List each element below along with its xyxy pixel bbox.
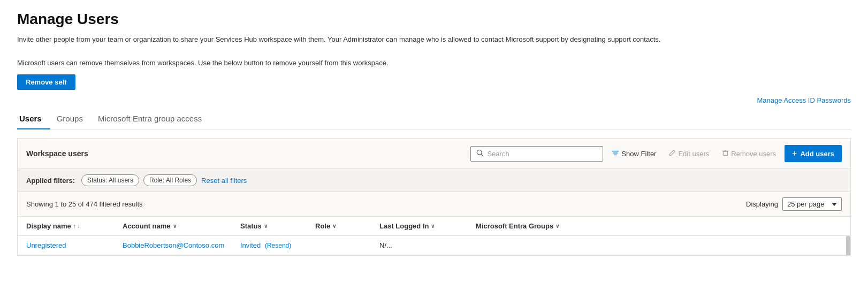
filter-chip-status[interactable]: Status: All users <box>81 174 139 186</box>
col-header-display-name[interactable]: Display name ↑ ↓ <box>26 222 123 230</box>
svg-line-1 <box>482 154 484 156</box>
edit-users-button[interactable]: Edit users <box>665 147 713 160</box>
per-page-select[interactable]: 25 per page 50 per page 100 per page <box>782 197 842 211</box>
edit-icon <box>669 149 676 158</box>
cell-last-logged-in: N/... <box>379 241 476 249</box>
show-filter-button[interactable]: Show Filter <box>607 147 660 161</box>
chevron-down-icon-4: ∨ <box>431 223 435 229</box>
description-line2: Microsoft users can remove themselves fr… <box>17 58 851 68</box>
tab-groups[interactable]: Groups <box>55 109 92 129</box>
cell-account-name: BobbieRobertson@Contoso.com <box>123 241 240 249</box>
remove-self-button[interactable]: Remove self <box>17 74 75 90</box>
chevron-down-icon-2: ∨ <box>264 223 268 229</box>
column-headers: Display name ↑ ↓ Account name ∨ Status ∨… <box>18 217 850 236</box>
resend-link[interactable]: (Resend) <box>265 242 291 249</box>
col-header-account-name[interactable]: Account name ∨ <box>123 222 240 230</box>
search-input[interactable] <box>487 150 597 158</box>
edit-users-label: Edit users <box>678 150 709 158</box>
description-line1: Invite other people from your team or or… <box>17 34 851 45</box>
col-status-label: Status <box>240 222 262 230</box>
col-header-entra-groups[interactable]: Microsoft Entra Groups ∨ <box>476 222 842 230</box>
table-row: Unregistered BobbieRobertson@Contoso.com… <box>18 236 850 255</box>
plus-icon: + <box>792 149 797 158</box>
chevron-down-icon-5: ∨ <box>555 223 559 229</box>
filter-chip-role[interactable]: Role: All Roles <box>143 174 197 186</box>
col-display-name-label: Display name <box>26 222 71 230</box>
svg-rect-5 <box>724 151 728 155</box>
tab-entra-group-access[interactable]: Microsoft Entra group access <box>96 109 210 129</box>
account-name-link[interactable]: BobbieRobertson@Contoso.com <box>123 241 224 249</box>
col-role-label: Role <box>315 222 330 230</box>
applied-filters-label: Applied filters: <box>26 177 75 185</box>
results-count: Showing 1 to 25 of 474 filtered results <box>26 200 143 208</box>
col-header-role[interactable]: Role ∨ <box>315 222 379 230</box>
trash-icon <box>722 149 729 158</box>
add-users-button[interactable]: + Add users <box>785 145 842 162</box>
col-header-last-logged-in[interactable]: Last Logged In ∨ <box>379 222 476 230</box>
reset-all-filters-link[interactable]: Reset all filters <box>201 177 247 185</box>
scrollbar-thumb[interactable] <box>846 236 850 255</box>
tab-users[interactable]: Users <box>17 109 50 129</box>
displaying-label: Displaying <box>746 200 778 208</box>
add-users-label: Add users <box>800 150 834 158</box>
remove-users-label: Remove users <box>731 150 776 158</box>
col-header-status[interactable]: Status ∨ <box>240 222 315 230</box>
chevron-down-icon: ∨ <box>173 223 177 229</box>
scrollbar[interactable] <box>846 236 850 255</box>
table-actions: Show Filter Edit users <box>470 145 842 162</box>
search-icon <box>476 149 484 158</box>
results-bar: Showing 1 to 25 of 474 filtered results … <box>18 192 850 217</box>
col-account-name-label: Account name <box>123 222 171 230</box>
display-name-link[interactable]: Unregistered <box>26 241 66 249</box>
manage-access-id-passwords-link[interactable]: Manage Access ID Passwords <box>757 96 851 104</box>
table-header-bar: Workspace users <box>18 139 850 169</box>
cell-display-name: Unregistered <box>26 241 123 249</box>
workspace-users-label: Workspace users <box>26 149 88 158</box>
filter-icon <box>612 149 619 158</box>
page-title: Manage Users <box>17 11 851 28</box>
chevron-down-icon-3: ∨ <box>332 223 336 229</box>
displaying-wrap: Displaying 25 per page 50 per page 100 p… <box>746 197 842 211</box>
remove-users-button[interactable]: Remove users <box>718 147 780 160</box>
col-last-logged-in-label: Last Logged In <box>379 222 429 230</box>
cell-status: Invited (Resend) <box>240 241 315 249</box>
table-body: Unregistered BobbieRobertson@Contoso.com… <box>18 236 850 255</box>
filters-bar: Applied filters: Status: All users Role:… <box>18 169 850 192</box>
table-section: Workspace users <box>17 138 851 256</box>
status-text: Invited <box>240 241 261 249</box>
col-entra-groups-label: Microsoft Entra Groups <box>476 222 553 230</box>
show-filter-label: Show Filter <box>621 150 656 158</box>
tabs-row: Users Groups Microsoft Entra group acces… <box>17 109 851 129</box>
search-box[interactable] <box>470 146 603 162</box>
sort-asc-icon: ↑ ↓ <box>73 223 80 229</box>
